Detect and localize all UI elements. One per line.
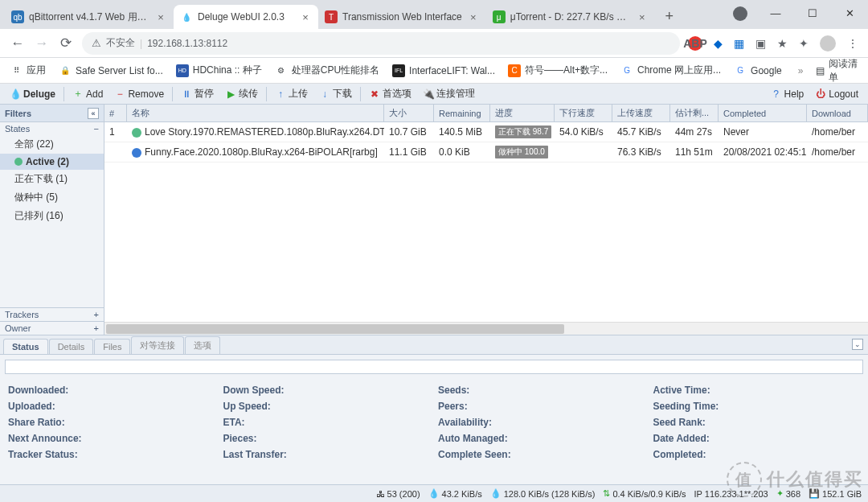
extensions-menu-icon[interactable]: ✦ bbox=[799, 37, 809, 50]
sidebar-item-downloading[interactable]: 正在下载 (1) bbox=[0, 170, 104, 188]
menu-icon[interactable]: ⋮ bbox=[847, 37, 858, 50]
profile-avatar[interactable] bbox=[733, 6, 747, 21]
maximize-button[interactable]: ☐ bbox=[794, 0, 831, 26]
detail-row: Pieces: bbox=[223, 430, 431, 446]
detail-row: Share Ratio: bbox=[8, 414, 215, 430]
bookmark-item[interactable]: GChrome 网上应用... bbox=[620, 64, 721, 77]
col-index[interactable]: # bbox=[104, 105, 127, 121]
table-row[interactable]: 1Love Story.1970.REMASTERED.1080p.BluRay… bbox=[104, 122, 868, 142]
col-eta[interactable]: 估计剩... bbox=[670, 105, 719, 121]
col-upspeed[interactable]: 上传速度 bbox=[612, 105, 670, 121]
preferences-button[interactable]: ✖首选项 bbox=[364, 85, 416, 102]
connections-status[interactable]: 🖧53 (200) bbox=[376, 489, 420, 499]
extension-icon[interactable]: ▣ bbox=[755, 37, 766, 50]
bookmark-item[interactable]: ⚙处理器CPU性能排名 bbox=[275, 64, 379, 77]
network-speed-status[interactable]: 💧128.0 KiB/s (128 KiB/s) bbox=[490, 488, 596, 499]
apps-bookmark[interactable]: ⠿应用 bbox=[10, 64, 46, 77]
bookmark-item[interactable]: HDHDChina :: 种子 bbox=[176, 64, 262, 77]
tab-peers[interactable]: 对等连接 bbox=[131, 336, 184, 354]
extension-icon[interactable]: ▦ bbox=[734, 37, 744, 50]
disk-space-icon: 💾 bbox=[809, 488, 820, 499]
tab-title: Deluge WebUI 2.0.3 bbox=[198, 11, 294, 23]
collapse-details-icon[interactable]: ⌄ bbox=[852, 339, 863, 350]
profile-icon[interactable] bbox=[820, 35, 836, 51]
minimize-button[interactable]: — bbox=[757, 0, 794, 26]
omnibox[interactable]: ⚠ 不安全 | 192.168.1.13:8112 bbox=[82, 32, 680, 55]
resume-button[interactable]: ▶续传 bbox=[220, 85, 263, 102]
move-up-button[interactable]: ↑上传 bbox=[270, 85, 313, 102]
browser-tab[interactable]: T Transmission Web Interface × bbox=[318, 5, 486, 29]
ip-status: IP 116.233.1**.203 bbox=[694, 489, 768, 499]
remove-button[interactable]: −Remove bbox=[109, 87, 169, 101]
col-completed[interactable]: Completed bbox=[719, 105, 807, 121]
owner-group[interactable]: Owner+ bbox=[0, 321, 104, 335]
detail-row: Complete Seen: bbox=[438, 446, 645, 463]
col-size[interactable]: 大小 bbox=[384, 105, 434, 121]
logout-button[interactable]: ⏻Logout bbox=[810, 87, 863, 101]
tab-options[interactable]: 选项 bbox=[185, 336, 220, 354]
bookmarks-overflow[interactable]: » bbox=[798, 65, 804, 76]
help-button[interactable]: ?Help bbox=[766, 87, 809, 101]
states-group[interactable]: States− bbox=[0, 122, 104, 135]
detail-row: Tracker Status: bbox=[8, 446, 215, 463]
dht-status[interactable]: ✦368 bbox=[776, 488, 800, 499]
tab-details[interactable]: Details bbox=[49, 339, 94, 354]
close-window-button[interactable]: ✕ bbox=[831, 0, 868, 26]
disk-io-status[interactable]: ⇅0.4 KiB/s/0.9 KiB/s bbox=[603, 488, 686, 499]
abp-extension-icon[interactable]: ABP bbox=[688, 36, 702, 51]
browser-tab[interactable]: qb qBittorrent v4.1.7 Web 用户界 × bbox=[5, 5, 174, 29]
sidebar-item-seeding[interactable]: 做种中 (5) bbox=[0, 188, 104, 207]
close-tab-icon[interactable]: × bbox=[154, 10, 167, 23]
bookmarks-bar: ⠿应用 🔒Safe Server List fo... HDHDChina ::… bbox=[0, 58, 868, 84]
bookmark-item[interactable]: GGoogle bbox=[734, 64, 782, 77]
reading-list-button[interactable]: ▤阅读清单 bbox=[816, 57, 858, 84]
favicon: 💧 bbox=[180, 10, 193, 23]
col-remaining[interactable]: Remaining bbox=[434, 105, 490, 121]
status-details: Downloaded:Uploaded:Share Ratio:Next Ann… bbox=[0, 379, 868, 466]
trackers-group[interactable]: Trackers+ bbox=[0, 307, 104, 321]
col-progress[interactable]: 进度 bbox=[490, 105, 555, 121]
reload-button[interactable]: ⟳ bbox=[58, 35, 74, 51]
detail-row: Auto Managed: bbox=[438, 430, 645, 446]
bookmark-item[interactable]: IFLInterfaceLIFT: Wal... bbox=[392, 64, 495, 77]
extension-icon[interactable]: ◆ bbox=[714, 37, 723, 50]
free-space-status: 💾152.1 GiB bbox=[809, 488, 862, 499]
table-row[interactable]: Funny.Face.2020.1080p.BluRay.x264-BiPOLA… bbox=[104, 142, 868, 163]
col-download-path[interactable]: Download bbox=[807, 105, 868, 121]
bookmark-item[interactable]: 🔒Safe Server List fo... bbox=[59, 64, 163, 77]
browser-tab[interactable]: 💧 Deluge WebUI 2.0.3 × bbox=[174, 5, 318, 29]
filters-header[interactable]: Filters« bbox=[0, 105, 104, 122]
back-button[interactable]: ← bbox=[10, 35, 26, 51]
close-tab-icon[interactable]: × bbox=[467, 10, 480, 23]
horizontal-scrollbar[interactable] bbox=[104, 322, 868, 335]
favicon: qb bbox=[11, 10, 24, 23]
expand-icon[interactable]: + bbox=[94, 310, 99, 319]
sidebar-item-active[interactable]: Active (2) bbox=[0, 154, 104, 170]
sidebar-item-all[interactable]: 全部 (22) bbox=[0, 135, 104, 154]
favicon: T bbox=[325, 10, 338, 23]
close-tab-icon[interactable]: × bbox=[299, 10, 312, 23]
col-name[interactable]: 名称 bbox=[127, 105, 384, 121]
pause-button[interactable]: ⏸暂停 bbox=[176, 85, 219, 102]
torrent-grid: # 名称 大小 Remaining 进度 下行速度 上传速度 估计剩... Co… bbox=[104, 105, 868, 335]
add-button[interactable]: ＋Add bbox=[68, 85, 108, 102]
connection-manager-button[interactable]: 🔌连接管理 bbox=[418, 85, 480, 102]
collapse-icon[interactable]: − bbox=[94, 124, 99, 134]
sidebar-item-queued[interactable]: 已排列 (16) bbox=[0, 207, 104, 225]
close-tab-icon[interactable]: × bbox=[636, 10, 649, 23]
detail-row: ETA: bbox=[223, 414, 431, 430]
expand-icon[interactable]: + bbox=[94, 323, 99, 333]
browser-tab[interactable]: μ μTorrent - D: 227.7 KB/s U: 0 × bbox=[486, 5, 655, 29]
col-downspeed[interactable]: 下行速度 bbox=[555, 105, 612, 121]
bookmark-item[interactable]: C符号——Alt+数字... bbox=[508, 64, 608, 77]
download-speed-status[interactable]: 💧43.2 KiB/s bbox=[428, 488, 482, 499]
move-down-button[interactable]: ↓下载 bbox=[314, 85, 357, 102]
collapse-icon[interactable]: « bbox=[88, 108, 99, 119]
scrollbar-thumb[interactable] bbox=[106, 324, 564, 334]
detail-row: Completed: bbox=[653, 446, 861, 463]
extension-icon[interactable]: ★ bbox=[777, 37, 788, 50]
tab-status[interactable]: Status bbox=[3, 339, 48, 354]
new-tab-button[interactable]: + bbox=[658, 5, 681, 27]
tab-files[interactable]: Files bbox=[94, 339, 130, 354]
sidebar: Filters« States− 全部 (22) Active (2) 正在下载… bbox=[0, 105, 104, 335]
